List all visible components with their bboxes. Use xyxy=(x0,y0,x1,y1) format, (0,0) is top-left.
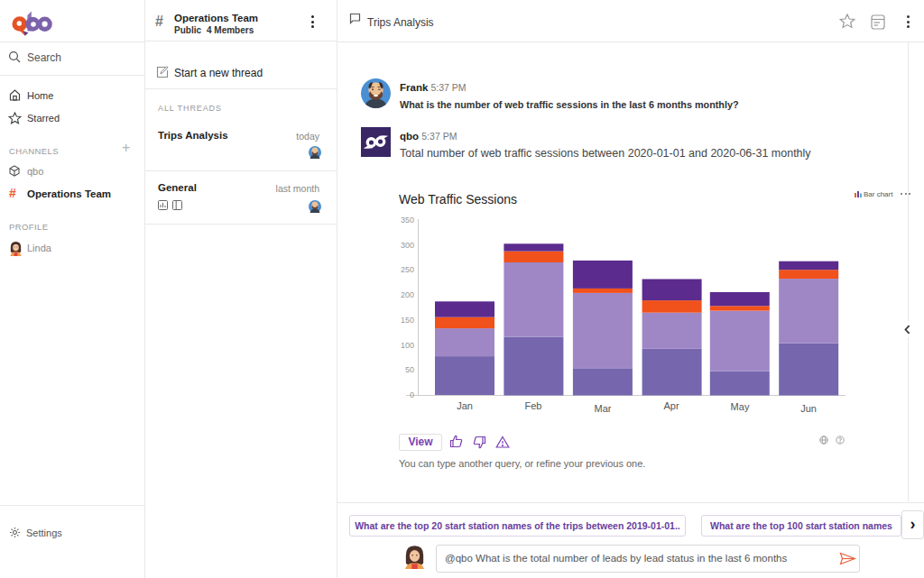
svg-text:150: 150 xyxy=(401,316,414,325)
svg-text:200: 200 xyxy=(401,290,414,299)
svg-text:May: May xyxy=(731,401,750,412)
svg-text:50: 50 xyxy=(405,365,414,374)
svg-text:350: 350 xyxy=(401,216,414,225)
svg-text:Apr: Apr xyxy=(663,400,679,411)
svg-text:Mar: Mar xyxy=(595,403,612,414)
svg-text:250: 250 xyxy=(401,265,414,274)
svg-text:Jan: Jan xyxy=(457,400,473,411)
svg-text:Jun: Jun xyxy=(800,403,817,414)
svg-text:300: 300 xyxy=(401,241,414,250)
svg-text:0: 0 xyxy=(410,390,414,399)
svg-text:100: 100 xyxy=(401,341,414,350)
svg-text:Feb: Feb xyxy=(525,400,542,411)
